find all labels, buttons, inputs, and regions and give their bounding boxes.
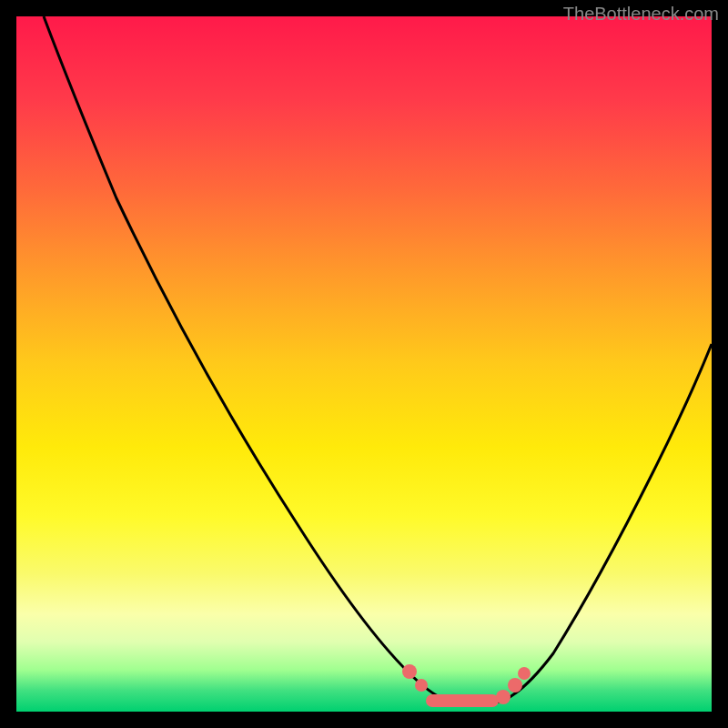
chart-container: TheBottleneck.com	[0, 0, 728, 728]
svg-rect-2	[426, 694, 499, 707]
svg-point-0	[402, 664, 417, 679]
bottleneck-curve	[16, 16, 712, 712]
marker-band	[402, 664, 531, 707]
svg-point-5	[518, 667, 531, 680]
svg-point-3	[496, 690, 511, 704]
svg-point-1	[415, 679, 428, 692]
watermark-text: TheBottleneck.com	[563, 4, 719, 25]
curve-path	[44, 16, 712, 703]
plot-area	[16, 16, 712, 712]
svg-point-4	[508, 678, 522, 693]
